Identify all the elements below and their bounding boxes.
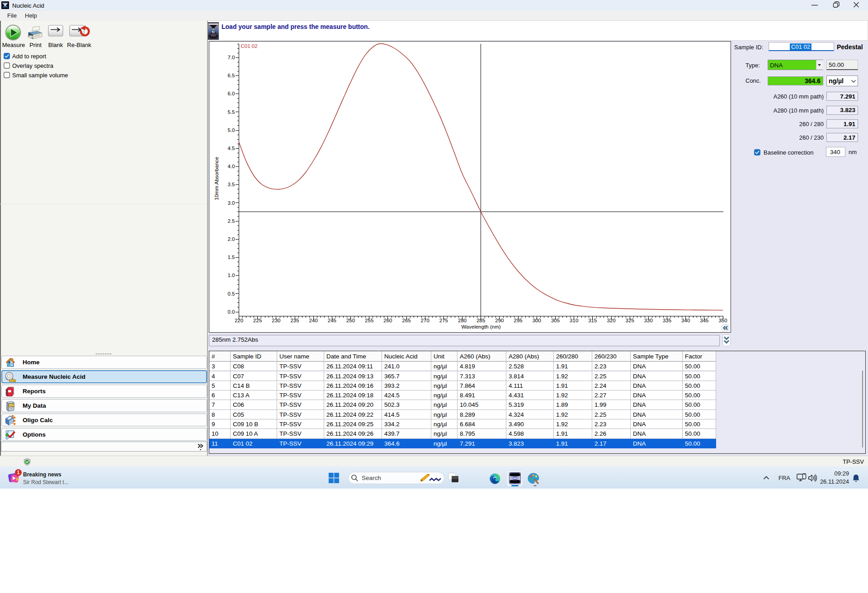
svg-text:300: 300 bbox=[533, 318, 541, 323]
svg-text:290: 290 bbox=[495, 318, 504, 323]
svg-text:225: 225 bbox=[253, 318, 262, 323]
svg-text:1.5: 1.5 bbox=[228, 254, 235, 260]
svg-text:1.0: 1.0 bbox=[228, 273, 235, 278]
svg-text:230: 230 bbox=[272, 318, 280, 323]
svg-text:255: 255 bbox=[365, 318, 373, 323]
svg-text:10mm Absorbance: 10mm Absorbance bbox=[214, 157, 219, 200]
svg-text:0.0: 0.0 bbox=[228, 309, 235, 315]
svg-text:1: 1 bbox=[17, 470, 20, 475]
svg-text:305: 305 bbox=[551, 318, 560, 323]
svg-text:5.0: 5.0 bbox=[228, 127, 235, 133]
svg-text:4.5: 4.5 bbox=[228, 146, 235, 151]
svg-text:2.5: 2.5 bbox=[228, 218, 235, 224]
svg-text:235: 235 bbox=[290, 318, 299, 323]
svg-text:275: 275 bbox=[439, 318, 448, 323]
svg-text:265: 265 bbox=[402, 318, 411, 323]
svg-text:345: 345 bbox=[700, 318, 708, 323]
svg-text:330: 330 bbox=[644, 318, 653, 323]
svg-text:325: 325 bbox=[626, 318, 634, 323]
svg-text:320: 320 bbox=[607, 318, 615, 323]
svg-text:4.0: 4.0 bbox=[228, 164, 235, 169]
svg-text:350: 350 bbox=[718, 318, 727, 323]
svg-text:280: 280 bbox=[458, 318, 467, 323]
svg-text:315: 315 bbox=[588, 318, 597, 323]
svg-text:7.0: 7.0 bbox=[228, 55, 235, 60]
svg-text:240: 240 bbox=[309, 318, 318, 323]
svg-text:295: 295 bbox=[514, 318, 523, 323]
svg-text:0.5: 0.5 bbox=[228, 291, 235, 296]
svg-text:245: 245 bbox=[328, 318, 336, 323]
svg-text:340: 340 bbox=[681, 318, 690, 323]
svg-text:220: 220 bbox=[235, 318, 243, 323]
svg-text:260: 260 bbox=[383, 318, 392, 323]
svg-text:6.0: 6.0 bbox=[228, 91, 235, 96]
svg-text:3.0: 3.0 bbox=[228, 200, 235, 206]
svg-text:285: 285 bbox=[476, 318, 485, 323]
svg-text:5.5: 5.5 bbox=[228, 109, 235, 115]
svg-text:C01 02: C01 02 bbox=[241, 43, 258, 49]
svg-text:270: 270 bbox=[421, 318, 429, 323]
svg-text:6.5: 6.5 bbox=[228, 73, 235, 78]
svg-text:Wavelength (nm): Wavelength (nm) bbox=[461, 324, 500, 329]
svg-text:3.5: 3.5 bbox=[228, 182, 235, 187]
svg-text:2.0: 2.0 bbox=[228, 236, 235, 242]
svg-text:335: 335 bbox=[663, 318, 671, 323]
svg-text:310: 310 bbox=[570, 318, 578, 323]
svg-text:250: 250 bbox=[346, 318, 355, 323]
